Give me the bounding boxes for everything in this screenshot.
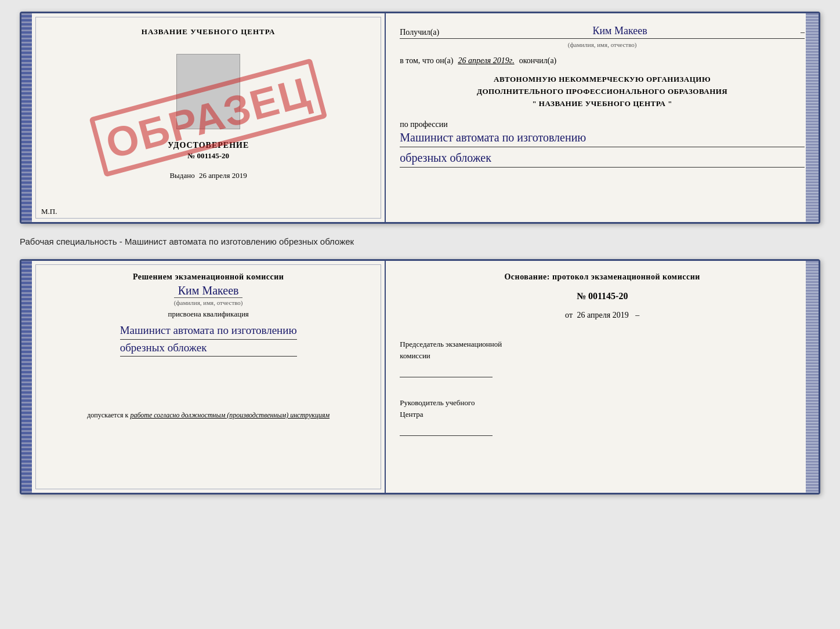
- rukovoditel-signature-line: [400, 422, 493, 436]
- spacer: [400, 326, 805, 333]
- po-professii-label: по профессии: [400, 120, 805, 129]
- dash: –: [801, 28, 805, 37]
- vtom-prefix: в том, что он(а): [400, 56, 453, 66]
- predsedatel-line1: Председатель экзаменационной: [400, 339, 805, 350]
- okonchil-label: окончил(а): [519, 56, 557, 66]
- school-name-top: НАЗВАНИЕ УЧЕБНОГО ЦЕНТРА: [142, 27, 276, 37]
- ot-label: от: [565, 311, 573, 319]
- predsedatel-block: Председатель экзаменационной комиссии: [400, 339, 805, 380]
- recipient-name: Ким Макеев: [443, 25, 797, 37]
- poluchil-row: Получил(а) Ким Макеев –: [400, 25, 805, 39]
- rukovoditel-line2: Центра: [400, 409, 805, 420]
- separator: Рабочая специальность - Машинист автомат…: [20, 233, 820, 250]
- top-document: НАЗВАНИЕ УЧЕБНОГО ЦЕНТРА УДОСТОВЕРЕНИЕ №…: [20, 12, 820, 224]
- po-professii-section: по профессии Машинист автомата по изгото…: [400, 118, 805, 168]
- vtom-row: в том, что он(а) 26 апреля 2019г. окончи…: [400, 56, 805, 66]
- profession-line2: обрезных обложек: [400, 150, 805, 168]
- mp-label: М.П.: [41, 207, 57, 216]
- texture-right-bottom: [806, 261, 819, 493]
- ot-date-row: от 26 апреля 2019 –: [400, 311, 805, 320]
- certificate-number: № 001145-20: [187, 151, 229, 161]
- bottom-doc-right: Основание: протокол экзаменационной коми…: [386, 261, 819, 493]
- spacer2: [400, 386, 805, 391]
- ot-date: 26 апреля 2019: [577, 311, 629, 319]
- rukovoditel-line1: Руководитель учебного: [400, 397, 805, 409]
- spine-left-bottom: [21, 261, 32, 493]
- predsedatel-line2: комиссии: [400, 350, 805, 362]
- poluchil-label: Получил(а): [400, 28, 439, 37]
- photo-placeholder: [176, 54, 240, 129]
- predsedatel-signature-line: [400, 363, 493, 377]
- dopuskaetsya-prefix: допускается к: [87, 411, 128, 419]
- vydano-label: Выдано: [169, 171, 194, 180]
- resheniem-text: Решением экзаменационной комиссии: [133, 272, 284, 282]
- bottom-document: Решением экзаменационной комиссии Ким Ма…: [20, 259, 820, 495]
- org-line3: " НАЗВАНИЕ УЧЕБНОГО ЦЕНТРА ": [400, 98, 805, 110]
- osnovanie-text: Основание: протокол экзаменационной коми…: [400, 272, 805, 282]
- vydano-row: Выдано 26 апреля 2019: [169, 171, 247, 180]
- qualification-section: Машинист автомата по изготовлению обрезн…: [120, 322, 297, 357]
- fio-label-bottom: (фамилия, имя, отчество): [174, 297, 243, 306]
- separator-text: Рабочая специальность - Машинист автомат…: [20, 237, 354, 246]
- qualification-line1: Машинист автомата по изготовлению: [120, 322, 297, 340]
- org-block: АВТОНОМНУЮ НЕКОММЕРЧЕСКУЮ ОРГАНИЗАЦИЮ ДО…: [400, 74, 805, 110]
- dopuskaetsya-text: работе согласно должностным (производств…: [130, 411, 330, 419]
- qualification-line2: обрезных обложек: [120, 340, 297, 357]
- vtom-date: 26 апреля 2019г.: [458, 56, 514, 66]
- org-line1: АВТОНОМНУЮ НЕКОММЕРЧЕСКУЮ ОРГАНИЗАЦИЮ: [400, 74, 805, 86]
- prisvoyena-label: присвоена квалификация: [168, 310, 248, 319]
- rukovoditel-block: Руководитель учебного Центра: [400, 397, 805, 438]
- top-doc-right: Получил(а) Ким Макеев – (фамилия, имя, о…: [386, 13, 819, 222]
- poluchil-section: Получил(а) Ким Макеев – (фамилия, имя, о…: [400, 25, 805, 48]
- fio-label-top: (фамилия, имя, отчество): [400, 41, 805, 48]
- certificate-label: УДОСТОВЕРЕНИЕ: [168, 141, 249, 150]
- dopuskaetsya-row: допускается к работе согласно должностны…: [87, 411, 330, 420]
- vydano-date: 26 апреля 2019: [199, 171, 247, 180]
- bottom-name-handwritten: Ким Макеев: [178, 284, 239, 297]
- top-doc-left: НАЗВАНИЕ УЧЕБНОГО ЦЕНТРА УДОСТОВЕРЕНИЕ №…: [32, 13, 386, 222]
- profession-line1: Машинист автомата по изготовлению: [400, 129, 805, 147]
- bottom-doc-left: Решением экзаменационной комиссии Ким Ма…: [32, 261, 386, 493]
- org-line2: ДОПОЛНИТЕЛЬНОГО ПРОФЕССИОНАЛЬНОГО ОБРАЗО…: [400, 86, 805, 98]
- protocol-number: № 001145-20: [400, 291, 805, 301]
- spine-left: [21, 13, 32, 222]
- texture-right-top: [806, 13, 819, 222]
